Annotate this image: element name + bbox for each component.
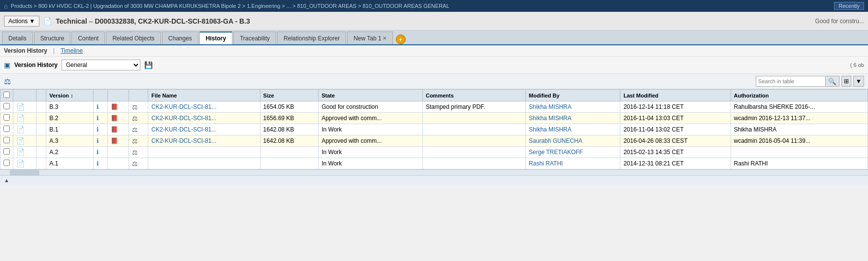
info-icon[interactable]: ℹ xyxy=(96,137,99,144)
subtab-timeline[interactable]: Timeline xyxy=(61,47,83,54)
row-checkbox-cell[interactable] xyxy=(0,158,13,169)
pdf-icon[interactable]: 📕 xyxy=(111,137,118,144)
row-modified-by[interactable]: Shikha MISHRA xyxy=(526,124,620,135)
row-info-cell[interactable]: ℹ xyxy=(94,158,107,169)
row-modified-by[interactable]: Shikha MISHRA xyxy=(526,101,620,113)
tab-changes[interactable]: Changes xyxy=(162,32,198,44)
home-icon[interactable]: ⌂ xyxy=(4,2,8,10)
search-button[interactable]: 🔍 xyxy=(825,76,839,86)
row-checkbox-cell[interactable] xyxy=(0,147,13,158)
recently-button[interactable]: Recently xyxy=(834,2,864,10)
filename-link[interactable]: CK2-KUR-DCL-SCI-81... xyxy=(151,137,216,144)
horizontal-scrollbar[interactable] xyxy=(0,169,868,175)
row-checkbox-cell[interactable] xyxy=(0,113,13,124)
tab-new-tab-1[interactable]: New Tab 1 ✕ xyxy=(347,32,392,44)
pdf-icon[interactable]: 📕 xyxy=(111,115,118,122)
row-last-modified: 2015-02-13 14:35 CET xyxy=(620,147,731,158)
info-icon[interactable]: ℹ xyxy=(96,115,99,122)
grid-options-button[interactable]: ⊞ xyxy=(841,76,851,87)
row-info-cell[interactable]: ℹ xyxy=(94,124,107,135)
modified-by-link[interactable]: Shikha MISHRA xyxy=(529,103,572,110)
info-icon[interactable]: ℹ xyxy=(96,103,99,110)
info-icon[interactable]: ℹ xyxy=(96,160,99,167)
row-info-cell[interactable]: ℹ xyxy=(94,147,107,158)
grid-settings-button[interactable]: ▼ xyxy=(853,76,864,87)
filename-link[interactable]: CK2-KUR-DCL-SCI-81... xyxy=(151,103,216,110)
filename-link[interactable]: CK2-KUR-DCL-SCI-81... xyxy=(151,115,216,122)
row-checkbox[interactable] xyxy=(3,160,10,166)
tab-structure[interactable]: Structure xyxy=(34,32,71,44)
modified-by-link[interactable]: Saurabh GUNECHA xyxy=(529,137,582,144)
search-input[interactable] xyxy=(756,76,825,86)
pdf-icon[interactable]: 📕 xyxy=(111,103,118,110)
modified-by-link[interactable]: Serge TRETIAKOFF xyxy=(529,149,583,156)
row-scale-cell[interactable]: ⚖ xyxy=(129,135,148,147)
row-modified-by[interactable]: Rashi RATHI xyxy=(526,158,620,169)
tab-relationship-explorer[interactable]: Relationship Explorer xyxy=(277,32,346,44)
tab-details[interactable]: Details xyxy=(2,32,33,44)
row-checkbox-cell[interactable] xyxy=(0,135,13,147)
actions-button[interactable]: Actions ▼ xyxy=(4,16,39,27)
row-info-cell[interactable]: ℹ xyxy=(94,113,107,124)
pdf-icon[interactable]: 📕 xyxy=(111,126,118,133)
tab-related-objects[interactable]: Related Objects xyxy=(106,32,161,44)
row-scale-cell[interactable]: ⚖ xyxy=(129,101,148,113)
row-pdf-cell[interactable] xyxy=(107,147,129,158)
scale-icon[interactable]: ⚖ xyxy=(132,103,138,111)
info-icon[interactable]: ℹ xyxy=(96,149,99,156)
scale-icon[interactable]: ⚖ xyxy=(132,160,138,167)
row-checkbox[interactable] xyxy=(3,148,10,155)
row-modified-by[interactable]: Saurabh GUNECHA xyxy=(526,135,620,147)
row-info-cell[interactable]: ℹ xyxy=(94,135,107,147)
row-filename[interactable] xyxy=(148,147,260,158)
row-modified-by[interactable]: Serge TRETIAKOFF xyxy=(526,147,620,158)
row-filename[interactable]: CK2-KUR-DCL-SCI-81... xyxy=(148,124,260,135)
row-pdf-cell[interactable]: 📕 xyxy=(107,101,129,113)
row-scale-cell[interactable]: ⚖ xyxy=(129,124,148,135)
select-all-checkbox[interactable] xyxy=(3,92,10,98)
row-filename[interactable] xyxy=(148,158,260,169)
tab-content[interactable]: Content xyxy=(71,32,105,44)
row-checkbox[interactable] xyxy=(3,103,10,109)
row-filename[interactable]: CK2-KUR-DCL-SCI-81... xyxy=(148,135,260,147)
row-info-cell[interactable]: ℹ xyxy=(94,101,107,113)
row-comments: Stamped primary PDF. xyxy=(422,101,525,113)
tab-traceability[interactable]: Traceability xyxy=(233,32,276,44)
row-checkbox[interactable] xyxy=(3,114,10,121)
add-tab-button[interactable]: + xyxy=(396,34,406,44)
row-checkbox[interactable] xyxy=(3,126,10,132)
modified-by-link[interactable]: Rashi RATHI xyxy=(529,160,563,167)
tab-history[interactable]: History xyxy=(199,32,232,44)
row-checkbox[interactable] xyxy=(3,137,10,143)
scale-icon[interactable]: ⚖ xyxy=(132,149,138,156)
row-filename[interactable]: CK2-KUR-DCL-SCI-81... xyxy=(148,101,260,113)
version-dropdown[interactable]: General Detailed xyxy=(62,60,140,70)
scale-icon[interactable]: ⚖ xyxy=(132,137,138,145)
row-scale-cell[interactable]: ⚖ xyxy=(129,113,148,124)
scale-icon[interactable]: ⚖ xyxy=(132,126,138,133)
row-filename[interactable]: CK2-KUR-DCL-SCI-81... xyxy=(148,113,260,124)
row-last-modified: 2016-11-04 13:02 CET xyxy=(620,124,731,135)
subtab-version-history[interactable]: Version History xyxy=(4,47,47,54)
good-for-status: Good for constru... xyxy=(815,18,864,25)
row-checkbox-cell[interactable] xyxy=(0,124,13,135)
row-modified-by[interactable]: Shikha MISHRA xyxy=(526,113,620,124)
row-pdf-cell[interactable] xyxy=(107,158,129,169)
col-version[interactable]: Version ↕ xyxy=(46,90,94,101)
info-icon[interactable]: ℹ xyxy=(96,126,99,133)
row-checkbox-cell[interactable] xyxy=(0,101,13,113)
tool-icon[interactable]: ⚖ xyxy=(4,77,11,86)
row-scale-cell[interactable]: ⚖ xyxy=(129,158,148,169)
row-pdf-cell[interactable]: 📕 xyxy=(107,113,129,124)
save-icon[interactable]: 💾 xyxy=(144,61,153,69)
row-pdf-cell[interactable]: 📕 xyxy=(107,124,129,135)
collapse-icon[interactable]: ▣ xyxy=(4,61,10,69)
row-pdf-cell[interactable]: 📕 xyxy=(107,135,129,147)
modified-by-link[interactable]: Shikha MISHRA xyxy=(529,126,572,133)
scale-icon[interactable]: ⚖ xyxy=(132,115,138,122)
filename-link[interactable]: CK2-KUR-DCL-SCI-81... xyxy=(151,126,216,133)
modified-by-link[interactable]: Shikha MISHRA xyxy=(529,115,572,122)
col-checkbox[interactable] xyxy=(0,90,13,101)
tab-close-icon[interactable]: ✕ xyxy=(383,35,386,41)
row-scale-cell[interactable]: ⚖ xyxy=(129,147,148,158)
